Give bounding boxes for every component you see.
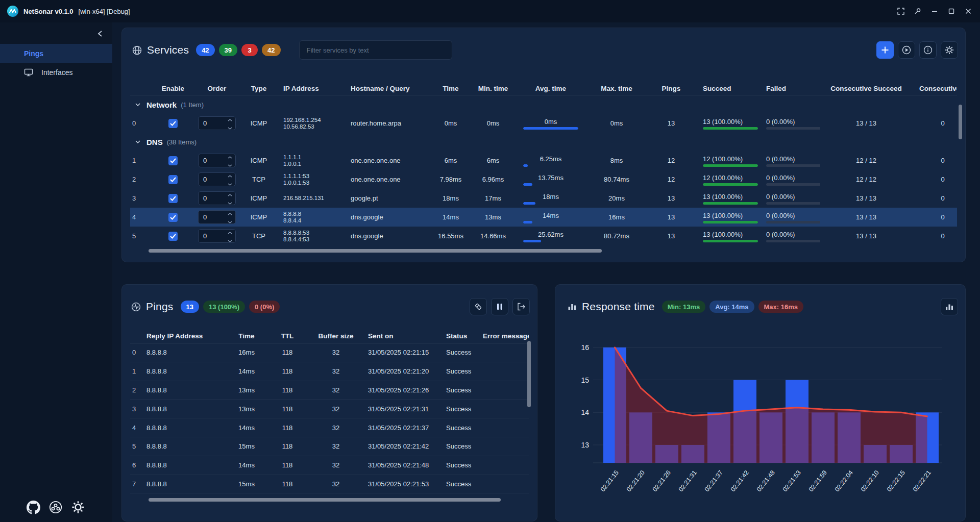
order-spinner[interactable]: 0 (198, 154, 236, 167)
group-collapse-icon[interactable] (135, 103, 140, 107)
ping-row[interactable]: 38.8.8.813ms1183231/05/2025 02:21:31Succ… (130, 400, 529, 418)
column-header[interactable]: Sent on (364, 332, 443, 340)
services-table-header: EnableOrderTypeIP AddressHostname / Quer… (130, 82, 957, 95)
spinner-down-icon[interactable] (228, 161, 232, 167)
services-horizontal-scrollbar-thumb[interactable] (149, 249, 602, 253)
sidebar-item-pings[interactable]: Pings (0, 44, 112, 63)
ping-row[interactable]: 28.8.8.813ms1183231/05/2025 02:21:26Succ… (130, 381, 529, 400)
order-spinner[interactable]: 0 (198, 210, 236, 224)
column-header[interactable]: Time (430, 85, 471, 92)
service-row[interactable]: 00ICMP192.168.1.25410.56.82.53router.hom… (130, 114, 957, 133)
cell-ttl: 118 (267, 480, 308, 488)
enable-checkbox[interactable] (168, 232, 178, 241)
spinner-up-icon[interactable] (228, 229, 232, 236)
column-header[interactable]: Succeed (696, 85, 761, 92)
spinner-down-icon[interactable] (228, 180, 232, 186)
minimize-button[interactable] (927, 4, 942, 19)
services-filter-input[interactable] (299, 40, 452, 60)
cell-sent-on: 31/05/2025 02:21:15 (364, 349, 443, 356)
enable-checkbox[interactable] (168, 213, 178, 222)
sidebar-collapse-button[interactable] (93, 27, 107, 41)
cell-order: 0 (193, 229, 240, 243)
services-settings-button[interactable] (941, 41, 958, 59)
ping-row[interactable]: 48.8.8.814ms1183231/05/2025 02:21:37Succ… (130, 418, 529, 437)
spinner-up-icon[interactable] (228, 116, 232, 123)
spinner-down-icon[interactable] (228, 217, 232, 224)
order-spinner[interactable]: 0 (198, 191, 236, 205)
clear-pings-button[interactable] (470, 298, 487, 315)
service-row[interactable]: 50TCP8.8.8.8:538.8.4.4:53dns.google16.55… (130, 227, 957, 245)
column-header[interactable]: IP Address (277, 85, 339, 92)
order-spinner[interactable]: 0 (198, 172, 236, 186)
enable-checkbox[interactable] (168, 175, 178, 184)
column-header[interactable]: Hostname / Query (339, 85, 430, 92)
ping-row[interactable]: 18.8.8.814ms1183231/05/2025 02:21:20Succ… (130, 362, 529, 381)
enable-checkbox[interactable] (168, 156, 178, 165)
ping-row[interactable]: 58.8.8.815ms1183231/05/2025 02:21:42Succ… (130, 437, 529, 456)
column-header[interactable]: Max. time (586, 85, 647, 92)
column-header[interactable]: Error message (479, 332, 529, 340)
response-stat-badge: Max: 16ms (758, 301, 803, 313)
cell-consecutive-failed: 0 (912, 119, 957, 127)
column-header[interactable]: TTL (267, 332, 308, 340)
spinner-down-icon[interactable] (228, 198, 232, 205)
column-header[interactable]: Min. time (471, 85, 515, 92)
service-row[interactable]: 10ICMP1.1.1.11.0.0.1one.one.one.one6ms6m… (130, 151, 957, 170)
sidebar-item-interfaces[interactable]: Interfaces (0, 63, 112, 82)
spinner-down-icon[interactable] (228, 123, 232, 130)
cell-ip-address: 1.1.1.1:531.0.0.1:53 (277, 173, 339, 186)
run-all-button[interactable] (898, 41, 915, 59)
column-header[interactable]: Status (443, 332, 479, 340)
order-spinner[interactable]: 0 (198, 116, 236, 130)
order-spinner[interactable]: 0 (198, 229, 236, 243)
service-row[interactable]: 20TCP1.1.1.1:531.0.0.1:53one.one.one.one… (130, 170, 957, 189)
export-pings-button[interactable] (512, 298, 530, 315)
column-header[interactable]: Type (240, 85, 277, 92)
chart-type-button[interactable] (941, 298, 958, 315)
column-header[interactable]: Consecutive Succeed (820, 85, 912, 92)
github-icon[interactable] (24, 499, 42, 516)
column-header[interactable]: Avg. time (515, 85, 586, 92)
settings-gear-icon[interactable] (69, 499, 87, 516)
spinner-up-icon[interactable] (228, 172, 232, 179)
column-header[interactable]: Enable (153, 85, 193, 92)
order-value: 0 (203, 119, 207, 127)
add-service-button[interactable] (876, 41, 894, 59)
ping-row[interactable]: 78.8.8.815ms1183231/05/2025 02:21:53Succ… (130, 475, 529, 494)
pause-pings-button[interactable] (491, 298, 508, 315)
service-row[interactable]: 40ICMP8.8.8.88.8.4.4dns.google14ms13ms14… (130, 208, 957, 227)
enable-checkbox[interactable] (168, 119, 178, 128)
svg-text:02:21:48: 02:21:48 (755, 469, 776, 493)
column-header[interactable]: Consecutive (912, 85, 957, 92)
spinner-up-icon[interactable] (228, 191, 232, 198)
enable-checkbox[interactable] (168, 194, 178, 203)
services-vertical-scrollbar-thumb[interactable] (959, 105, 962, 139)
cell-order: 0 (193, 191, 240, 205)
spinner-up-icon[interactable] (228, 210, 232, 217)
column-header[interactable]: Buffer size (308, 332, 364, 340)
service-group-header[interactable]: Network(1 Item) (130, 95, 957, 114)
avg-time-bar (523, 164, 578, 167)
ping-row[interactable]: 68.8.8.814ms1183231/05/2025 02:21:48Succ… (130, 456, 529, 475)
spinner-up-icon[interactable] (228, 154, 232, 160)
pings-vertical-scrollbar-thumb[interactable] (527, 341, 531, 407)
service-row[interactable]: 30ICMP216.58.215.131google.pt18ms17ms18m… (130, 189, 957, 208)
column-header[interactable]: Time (226, 332, 267, 340)
pings-horizontal-scrollbar-thumb[interactable] (149, 498, 501, 502)
ping-row[interactable]: 08.8.8.816ms1183231/05/2025 02:21:15Succ… (130, 343, 529, 362)
cell-hostname: dns.google (339, 213, 430, 221)
info-button[interactable] (919, 41, 937, 59)
group-collapse-icon[interactable] (135, 140, 140, 144)
close-button[interactable] (961, 4, 976, 19)
service-group-header[interactable]: DNS(38 Items) (130, 133, 957, 151)
maximize-button[interactable] (944, 4, 959, 19)
spinner-down-icon[interactable] (228, 236, 232, 243)
expand-window-button[interactable] (893, 4, 909, 19)
column-header[interactable]: Order (193, 85, 240, 92)
community-icon[interactable] (47, 499, 64, 516)
column-header[interactable]: Failed (761, 85, 820, 92)
pin-window-button[interactable] (910, 4, 925, 19)
column-header[interactable]: Reply IP Address (145, 332, 226, 340)
cell-min-time: 14.66ms (471, 232, 515, 240)
column-header[interactable]: Pings (647, 85, 696, 92)
